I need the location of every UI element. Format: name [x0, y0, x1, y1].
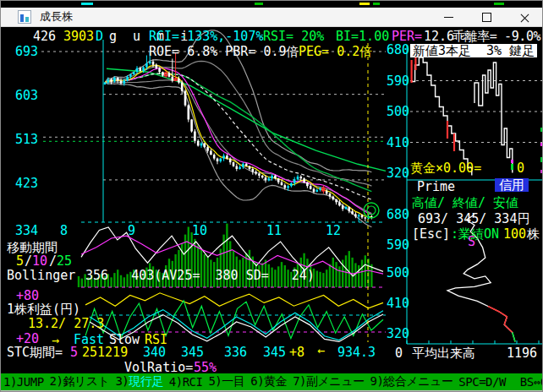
edge-tick: [494, 3, 504, 5]
price-readout: 340: [143, 346, 166, 359]
menu-item-6)黄金[interactable]: 6)黄金: [250, 374, 287, 389]
bollinger-values: 356 403(AV25= 380 SD= 24): [85, 269, 315, 282]
separator: /: [25, 254, 32, 268]
close-icon: [520, 13, 529, 22]
rp-y-label: 500: [387, 105, 409, 118]
volume-axis-min: 0: [395, 346, 403, 360]
y-axis-label: 513: [15, 133, 38, 146]
bollinger-label: Bollinger: [7, 269, 75, 282]
title-bar: 成長株: [1, 8, 543, 27]
maximize-icon: [482, 13, 491, 22]
menu-item-4)RCI[interactable]: 4)RCI: [169, 375, 203, 389]
menu-item-SPC=D/W[interactable]: SPC=D/W: [458, 375, 506, 389]
rp-y-label: 320: [387, 166, 409, 180]
per-label: PER=: [392, 30, 422, 43]
ma25-period: 25: [57, 254, 72, 268]
rci-readout: RCI=-133%,-107%: [149, 30, 263, 43]
volratio-label: VolRatio=: [124, 361, 193, 374]
price-readout: 336: [224, 346, 247, 359]
level-plus20: +20: [16, 332, 39, 346]
close-button[interactable]: [506, 8, 543, 26]
rp-y-label: 680: [387, 43, 409, 57]
stc-period-value: 5: [70, 346, 78, 359]
app-icon: [18, 10, 31, 24]
edge-tick: [359, 3, 370, 5]
eps-label: 1株利益(円): [7, 302, 80, 316]
menu-item-BS⇔CR[interactable]: BS⇔CR: [520, 375, 543, 389]
last-readout: 934.3: [337, 346, 376, 359]
rp-y-label: 410: [387, 136, 409, 150]
hls-values: 693/ 345/ 334円: [410, 212, 529, 226]
kairi-readout: 乖離率= -9.0%: [452, 30, 540, 43]
function-key-menu: 1)JUMP2)銘リスト3)現行足4)RCI5)一目6)黄金7)副メニュー9)総…: [1, 373, 543, 390]
rsi-readout: RSI= 20%: [263, 30, 324, 43]
rp-y-label: 590: [387, 74, 409, 88]
top-edge-strip: [1, 1, 543, 8]
separator: /: [49, 254, 57, 268]
menu-item-9)総合メニュー[interactable]: 9)総合メニュー: [370, 374, 453, 389]
moving-period-label: 移動期間: [7, 241, 58, 254]
minimize-button[interactable]: [430, 8, 468, 26]
credit-badge: 信用: [495, 178, 529, 192]
level-plus80: +80: [16, 289, 39, 302]
volume-axis-max: 1196: [507, 346, 537, 360]
menu-item-現行足[interactable]: 3)現行足: [115, 374, 162, 389]
shares-value: 100: [503, 227, 526, 241]
edge-tick: [255, 3, 263, 5]
month-label: 10: [192, 224, 207, 237]
edge-tick: [81, 3, 93, 5]
app-window: 成長株 426 3903 D g u m i RCI=-133%,-107% R…: [0, 0, 543, 392]
rp2-y-label: 680: [387, 208, 409, 221]
rp2-y-label: 320: [387, 327, 409, 340]
minimize-icon: [444, 17, 453, 18]
rp2-y-label: 590: [387, 238, 409, 252]
eps-values: 13.2/ 27.3: [28, 317, 104, 330]
bi-readout: BI=1.00: [336, 30, 389, 43]
roe-pbr-readout: ROE= 6.8% PBR= 0.9倍: [149, 45, 299, 58]
month-label: 8: [60, 224, 68, 237]
rp2-y-label: 500: [387, 266, 409, 280]
month-label: 11: [266, 224, 282, 237]
y-axis-label: 693: [15, 45, 38, 58]
y-axis-label: 603: [15, 89, 38, 102]
menu-item-2)銘リスト[interactable]: 2)銘リスト: [50, 374, 110, 389]
shares-unit: 株: [527, 227, 540, 241]
menu-item-1)JUMP[interactable]: 1)JUMP: [3, 375, 44, 389]
ma10-period: 10: [32, 254, 47, 268]
hls-label: 高値/ 終値/ 安値: [412, 196, 518, 210]
esc-key: [Esc]: [412, 227, 450, 241]
y-axis-label: 334: [15, 224, 38, 237]
stc-date: 251219: [82, 346, 128, 359]
last-price: 426: [33, 30, 56, 43]
s-marker: S: [468, 235, 475, 248]
ma5-period: 5: [16, 254, 24, 268]
stock-code: 3903: [63, 30, 94, 43]
left-arrow-icon: ←: [317, 344, 325, 357]
golden-label: 黄金×0.00=: [410, 161, 481, 175]
market-segment: Prime: [417, 180, 455, 193]
market-code: D: [96, 30, 103, 43]
volume-axis-label: 平均出来高: [412, 346, 475, 360]
peg-readout: PEG= 0.2倍: [299, 45, 372, 58]
menu-item-7)副メニュー[interactable]: 7)副メニュー: [293, 374, 364, 389]
window-title: 成長株: [40, 9, 73, 24]
window-controls: [430, 8, 543, 26]
price-readout: 345: [181, 346, 204, 359]
month-label: 12: [326, 224, 341, 237]
volratio-value: 55%: [194, 361, 217, 374]
stc-period-label: STC期間=: [7, 346, 63, 359]
menu-item-5)一目[interactable]: 5)一目: [208, 374, 244, 389]
edge-tick: [373, 3, 380, 5]
golden-value: 0: [517, 161, 524, 175]
newvalue-kagi-header: 新値3本足 3% 鍵足: [410, 44, 537, 57]
change-readout: +8: [289, 346, 304, 359]
maximize-button[interactable]: [468, 8, 506, 26]
y-axis-label: 423: [15, 177, 38, 190]
rp2-y-label: 410: [387, 297, 409, 310]
per-value: 12.6: [424, 30, 454, 43]
price-readout: 345: [263, 346, 286, 359]
month-label: 9: [128, 224, 135, 237]
